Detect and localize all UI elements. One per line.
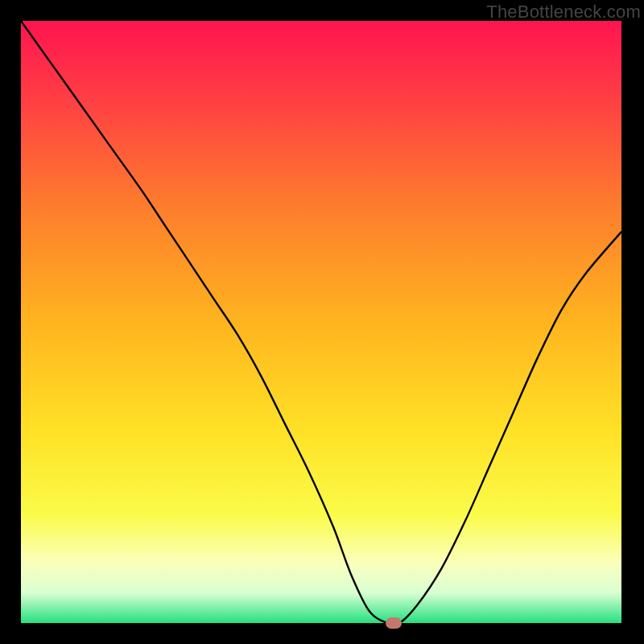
svg-rect-0	[21, 21, 621, 623]
gradient-background	[21, 21, 621, 623]
plot-area	[21, 21, 621, 623]
chart-container: TheBottleneck.com	[0, 0, 644, 644]
watermark-text: TheBottleneck.com	[486, 2, 641, 23]
optimum-marker	[386, 617, 402, 629]
